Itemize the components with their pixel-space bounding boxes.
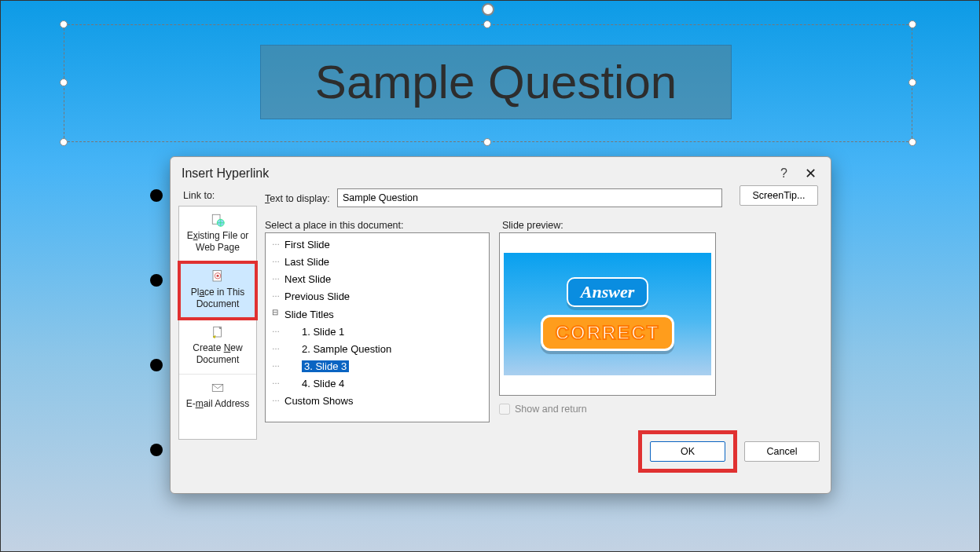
svg-point-4 <box>217 275 219 277</box>
tree-slide-2[interactable]: 2. Sample Question <box>267 341 487 358</box>
linkto-create-new[interactable]: Create New Document <box>179 319 256 375</box>
text-to-display-input[interactable] <box>337 188 722 207</box>
resize-handle-tl[interactable] <box>60 20 68 28</box>
slide-preview-label: Slide preview: <box>502 220 563 231</box>
slide-title-text[interactable]: Sample Question <box>260 45 732 119</box>
close-icon[interactable]: ✕ <box>802 165 820 182</box>
linkto-label-2: Create New Document <box>193 342 242 365</box>
new-document-icon <box>211 325 225 339</box>
document-target-icon <box>211 269 225 283</box>
tree-next-slide[interactable]: Next Slide <box>267 271 487 288</box>
linkto-existing-file[interactable]: Existing File or Web Page <box>179 207 256 262</box>
slide-preview-thumb: Answer CORRECT <box>504 253 711 375</box>
resize-handle-bm[interactable] <box>483 138 491 146</box>
linkto-label-3: E-mail Address <box>186 398 250 409</box>
envelope-icon <box>211 381 225 395</box>
cancel-button[interactable]: Cancel <box>744 441 820 462</box>
resize-handle-ml[interactable] <box>60 79 68 86</box>
body-bullets <box>150 189 163 528</box>
select-place-label: Select a place in this document: <box>265 220 404 231</box>
linkto-email[interactable]: E-mail Address <box>179 375 256 418</box>
preview-answer-badge: Answer <box>567 277 648 307</box>
ok-button[interactable]: OK <box>650 441 725 462</box>
link-to-label: Link to: <box>183 190 215 201</box>
text-to-display-label: Text to display: <box>265 193 330 204</box>
link-to-panel: Existing File or Web Page Place in This … <box>178 206 257 440</box>
tree-custom-shows[interactable]: Custom Shows <box>267 393 487 410</box>
dialog-title-text: Insert Hyperlink <box>182 166 269 181</box>
insert-hyperlink-dialog: Insert Hyperlink ? ✕ Link to: Existing F… <box>170 156 831 494</box>
resize-handle-br[interactable] <box>908 138 916 146</box>
show-and-return-input <box>499 404 510 415</box>
preview-correct-badge: CORRECT <box>541 315 675 351</box>
tree-last-slide[interactable]: Last Slide <box>267 254 487 271</box>
tree-slide-3[interactable]: 3. Slide 3 <box>267 358 487 375</box>
linkto-label-0: Existing File or Web Page <box>187 230 249 253</box>
dialog-titlebar: Insert Hyperlink ? ✕ <box>171 157 831 187</box>
tree-slide-1[interactable]: 1. Slide 1 <box>267 324 487 341</box>
show-and-return-label: Show and return <box>515 404 587 415</box>
linkto-label-1: Place in This Document <box>191 287 245 309</box>
globe-page-icon <box>211 213 225 227</box>
help-icon[interactable]: ? <box>780 166 787 181</box>
resize-handle-mr[interactable] <box>908 79 916 86</box>
linkto-place-in-document[interactable]: Place in This Document <box>179 262 256 319</box>
resize-handle-bl[interactable] <box>60 138 68 146</box>
slide-background: Sample Question Insert Hyperlink ? ✕ Lin… <box>0 0 980 552</box>
tree-slide-titles-head[interactable]: Slide Titles <box>267 306 487 324</box>
resize-handle-tr[interactable] <box>908 20 916 28</box>
tree-slide-titles[interactable]: Slide Titles 1. Slide 1 2. Sample Questi… <box>267 306 487 393</box>
document-tree[interactable]: First Slide Last Slide Next Slide Previo… <box>265 232 490 422</box>
tree-slide-4[interactable]: 4. Slide 4 <box>267 375 487 393</box>
rotate-handle[interactable] <box>482 3 494 16</box>
resize-handle-tm[interactable] <box>483 20 491 28</box>
screentip-button[interactable]: ScreenTip... <box>740 185 818 206</box>
tree-previous-slide[interactable]: Previous Slide <box>267 288 487 305</box>
show-and-return-checkbox: Show and return <box>499 404 587 415</box>
tree-first-slide[interactable]: First Slide <box>267 236 487 254</box>
slide-preview: Answer CORRECT <box>499 232 716 396</box>
